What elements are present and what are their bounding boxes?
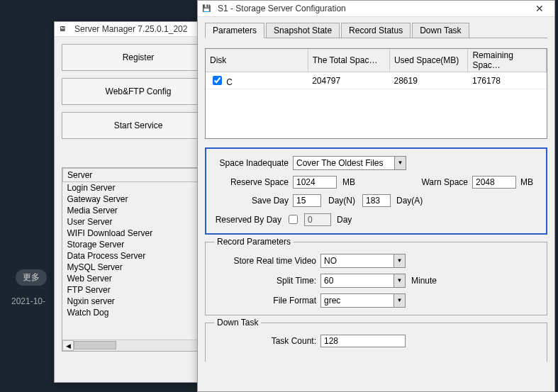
tab-snapshot-state[interactable]: Snapshot State	[266, 23, 340, 38]
chevron-down-icon[interactable]: ▼	[394, 294, 405, 307]
server-icon: 🖥	[59, 25, 70, 33]
save-day-label: Save Day	[215, 196, 293, 206]
store-realtime-value: NO	[324, 256, 337, 266]
disk-header-row: Disk The Total Spac… Used Space(MB) Rema…	[206, 49, 547, 72]
file-format-combo[interactable]: grec ▼	[320, 293, 406, 308]
tab-record-status[interactable]: Record Status	[341, 23, 411, 38]
store-realtime-label: Store Real time Video	[214, 256, 320, 266]
scroll-thumb[interactable]	[74, 341, 116, 349]
disk-c-checkbox[interactable]	[213, 76, 222, 85]
disk-row[interactable]: C 204797 28619 176178	[206, 72, 547, 89]
day-a-label: Day(A)	[391, 196, 428, 206]
tab-parameters[interactable]: Parameters	[205, 23, 264, 38]
scroll-left-arrow[interactable]: ◀	[62, 340, 74, 351]
close-button[interactable]: ✕	[529, 3, 550, 14]
space-inadequate-label: Space Inadequate	[215, 158, 293, 168]
day-n-label: Day(N)	[321, 196, 362, 206]
chevron-down-icon[interactable]: ▼	[394, 274, 405, 287]
chevron-down-icon[interactable]: ▼	[394, 157, 406, 169]
tab-bar: Parameters Snapshot State Record Status …	[205, 23, 547, 38]
disk-used: 28619	[389, 72, 468, 89]
record-parameters-group: Record Parameters Store Real time Video …	[205, 242, 547, 315]
register-button[interactable]: Register	[62, 44, 215, 71]
task-count-label: Task Count:	[214, 336, 320, 346]
space-settings-group: Space Inadequate Cover The Oldest Files …	[205, 147, 547, 235]
file-format-value: grec	[324, 296, 340, 306]
mb-unit-2: MB	[516, 177, 537, 187]
disk-table[interactable]: Disk The Total Spac… Used Space(MB) Rema…	[205, 48, 547, 139]
warn-space-label: Warn Space	[421, 177, 472, 187]
save-day-a-input[interactable]	[362, 194, 391, 207]
chevron-down-icon[interactable]: ▼	[394, 254, 405, 267]
webftp-config-button[interactable]: Web&FTP Config	[62, 78, 215, 105]
disk-total: 204797	[308, 72, 389, 89]
reserved-by-day-input	[304, 213, 331, 226]
split-time-combo[interactable]: 60 ▼	[320, 274, 406, 288]
down-task-group: Down Task Task Count:	[205, 323, 547, 362]
file-format-label: File Format	[214, 296, 320, 306]
minute-label: Minute	[406, 276, 442, 286]
start-service-button[interactable]: Start Service	[62, 112, 215, 139]
col-total-space[interactable]: The Total Spac…	[308, 49, 389, 72]
date-label: 2021-10-	[11, 296, 45, 306]
disk-icon: 💾	[202, 4, 213, 13]
split-time-value: 60	[324, 276, 333, 286]
reserve-space-label: Reserve Space	[215, 177, 293, 187]
down-task-legend: Down Task	[214, 318, 261, 327]
day-label: Day	[331, 215, 357, 225]
more-button[interactable]: 更多	[16, 269, 47, 286]
disk-remaining: 176178	[468, 72, 547, 89]
col-remaining-space[interactable]: Remaining Spac…	[468, 49, 547, 72]
col-disk[interactable]: Disk	[206, 49, 308, 72]
task-count-input[interactable]	[320, 335, 406, 347]
space-inadequate-combo[interactable]: Cover The Oldest Files ▼	[293, 156, 406, 170]
storage-config-window: 💾 S1 - Storage Server Configuration ✕ Pa…	[197, 0, 555, 392]
space-inadequate-value: Cover The Oldest Files	[296, 158, 384, 168]
reserved-by-day-checkbox[interactable]	[289, 215, 298, 224]
split-time-label: Split Time:	[214, 276, 320, 286]
reserve-space-input[interactable]	[293, 176, 337, 189]
tab-down-task[interactable]: Down Task	[412, 23, 469, 38]
save-day-n-input[interactable]	[293, 194, 321, 207]
storage-config-titlebar: 💾 S1 - Storage Server Configuration ✕	[198, 1, 554, 17]
mb-unit-1: MB	[337, 177, 361, 187]
disk-name: C	[226, 77, 233, 87]
store-realtime-combo[interactable]: NO ▼	[320, 254, 406, 268]
warn-space-input[interactable]	[472, 176, 516, 189]
record-parameters-legend: Record Parameters	[214, 237, 294, 247]
storage-config-title: S1 - Storage Server Configuration	[218, 4, 529, 13]
reserved-by-day-label: Reserved By Day	[215, 215, 286, 225]
col-used-space[interactable]: Used Space(MB)	[389, 49, 468, 72]
